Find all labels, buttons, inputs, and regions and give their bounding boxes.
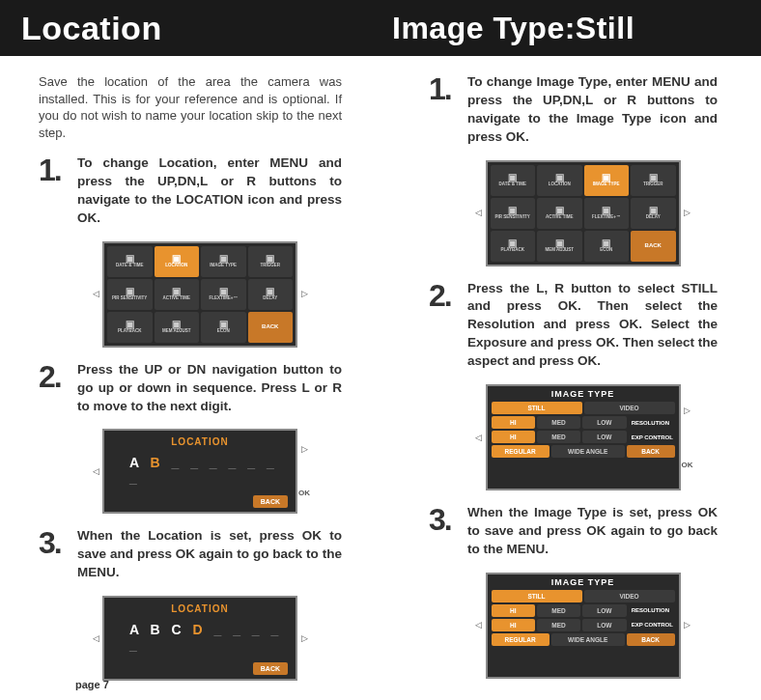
back-button[interactable]: BACK	[627, 633, 675, 646]
option-video[interactable]: VIDEO	[584, 590, 675, 602]
step-text: When the Image Type is set, press OK to …	[467, 504, 718, 559]
step-3-left: 3. When the Location is set, press OK to…	[39, 527, 342, 582]
row-label: EXP CONTROL	[629, 434, 675, 440]
row-label: EXP CONTROL	[629, 622, 675, 628]
menu-cell[interactable]: ▣ECON	[201, 312, 246, 343]
right-edge: ▷	[681, 160, 694, 266]
step-text: Press the UP or DN navigation button to …	[77, 361, 342, 416]
step-1-right: 1. To change Image Type, enter MENU and …	[429, 73, 718, 147]
option[interactable]: REGULAR	[492, 633, 550, 646]
device-figure-image-type-2: ◁ IMAGE TYPESTILLVIDEOHIMEDLOWRESOLUTION…	[472, 573, 694, 679]
right-edge: ▷OK	[681, 384, 694, 490]
screen-title: LOCATION	[112, 436, 288, 447]
step-number: 1.	[39, 154, 77, 228]
right-edge: ▷OK	[297, 429, 311, 514]
menu-cell[interactable]: ▣DATE & TIME	[107, 246, 153, 277]
option-video[interactable]: VIDEO	[584, 402, 675, 414]
back-button[interactable]: BACK	[253, 662, 288, 675]
menu-cell[interactable]: ▣LOCATION	[155, 246, 200, 277]
menu-cell[interactable]: ▣PLAYBACK	[107, 312, 153, 343]
left-edge: ◁	[472, 160, 486, 266]
ok-label: OK	[298, 489, 310, 497]
right-edge: ▷	[297, 596, 311, 681]
step-number: 3.	[39, 527, 77, 582]
option[interactable]: WIDE ANGLE	[551, 445, 625, 458]
step-number: 3.	[429, 504, 467, 559]
option[interactable]: LOW	[582, 431, 626, 443]
device-figure-location-entry: ◁ LOCATION A B _ _ _ _ _ _ _ BACK ▷OK	[89, 429, 311, 514]
option[interactable]: MED	[537, 431, 580, 443]
menu-cell[interactable]: ▣ACTIVE TIME	[537, 198, 582, 229]
back-button[interactable]: BACK	[627, 445, 675, 458]
step-text: To change Image Type, enter MENU and pre…	[467, 73, 718, 147]
menu-cell[interactable]: ▣TRIGGER	[248, 246, 294, 277]
menu-cell[interactable]: BACK	[248, 312, 294, 343]
intro-text: Save the location of the area the camera…	[39, 73, 342, 141]
option[interactable]: HI	[492, 431, 535, 443]
menu-cell[interactable]: ▣IMAGE TYPE	[201, 246, 246, 277]
device-figure-menu: ◁ ▣DATE & TIME▣LOCATION▣IMAGE TYPE▣TRIGG…	[89, 241, 311, 348]
menu-cell[interactable]: ▣TRIGGER	[631, 165, 676, 196]
screen-title: IMAGE TYPE	[492, 389, 675, 399]
option[interactable]: MED	[537, 416, 580, 429]
option[interactable]: HI	[492, 416, 535, 429]
option[interactable]: REGULAR	[492, 445, 550, 458]
screen-title: LOCATION	[112, 603, 288, 614]
left-edge: ◁	[89, 429, 102, 514]
menu-cell[interactable]: ▣MEM ADJUST	[537, 231, 582, 262]
step-1-left: 1. To change Location, enter MENU and pr…	[39, 154, 342, 228]
device-figure-menu: ◁ ▣DATE & TIME▣LOCATION▣IMAGE TYPE▣TRIGG…	[472, 160, 694, 266]
step-3-right: 3. When the Image Type is set, press OK …	[429, 504, 718, 559]
step-number: 2.	[39, 361, 77, 416]
step-text: When the Location is set, press OK to sa…	[77, 527, 342, 582]
ok-label: OK	[682, 461, 693, 469]
option-still[interactable]: STILL	[492, 590, 582, 602]
option[interactable]: WIDE ANGLE	[551, 633, 625, 646]
left-edge: ◁	[89, 596, 102, 681]
option[interactable]: HI	[492, 604, 535, 617]
menu-cell[interactable]: ▣ECON	[584, 231, 630, 262]
page-number: page 7	[75, 679, 109, 690]
location-chars: A B _ _ _ _ _ _ _	[129, 455, 288, 486]
option[interactable]: LOW	[582, 416, 626, 429]
option[interactable]: MED	[537, 619, 580, 631]
option[interactable]: MED	[537, 604, 580, 617]
menu-cell[interactable]: ▣DELAY	[631, 198, 676, 229]
section-title-location: Location	[0, 0, 380, 56]
row-label: RESOLUTION	[629, 607, 675, 613]
option[interactable]: LOW	[582, 619, 626, 631]
left-edge: ◁	[89, 241, 102, 348]
step-2-right: 2. Press the L, R button to select STILL…	[429, 280, 718, 371]
row-label: RESOLUTION	[629, 420, 675, 426]
location-chars: A B C D _ _ _ _ _	[129, 622, 288, 653]
option[interactable]: LOW	[582, 604, 626, 617]
step-2-left: 2. Press the UP or DN navigation button …	[39, 361, 342, 416]
step-number: 1.	[429, 73, 467, 147]
option[interactable]: HI	[492, 619, 535, 631]
option-still[interactable]: STILL	[492, 402, 582, 414]
step-text: Press the L, R button to select STILL an…	[467, 280, 718, 371]
menu-cell[interactable]: ▣FLEXTIME+™	[201, 279, 246, 310]
back-button[interactable]: BACK	[253, 495, 288, 508]
screen-title: IMAGE TYPE	[492, 577, 675, 587]
menu-cell[interactable]: ▣FLEXTIME+™	[584, 198, 630, 229]
section-title-image-type: Image Type:Still	[380, 0, 761, 56]
step-text: To change Location, enter MENU and press…	[77, 154, 342, 228]
right-edge: ▷	[681, 573, 694, 679]
menu-cell[interactable]: ▣PIR SENSITIVITY	[107, 279, 153, 310]
right-edge: ▷	[297, 241, 311, 348]
menu-cell[interactable]: ▣ACTIVE TIME	[155, 279, 200, 310]
menu-cell[interactable]: ▣DELAY	[248, 279, 294, 310]
menu-cell[interactable]: ▣DATE & TIME	[491, 165, 536, 196]
device-figure-image-type: ◁ IMAGE TYPESTILLVIDEOHIMEDLOWRESOLUTION…	[472, 384, 694, 490]
left-edge: ◁	[472, 384, 486, 490]
menu-cell[interactable]: ▣PLAYBACK	[491, 231, 536, 262]
step-number: 2.	[429, 280, 467, 371]
menu-cell[interactable]: ▣MEM ADJUST	[155, 312, 200, 343]
menu-cell[interactable]: ▣PIR SENSITIVITY	[491, 198, 536, 229]
device-figure-location-entry-2: ◁ LOCATION A B C D _ _ _ _ _ BACK ▷	[89, 596, 311, 681]
menu-cell[interactable]: ▣LOCATION	[537, 165, 582, 196]
menu-cell[interactable]: ▣IMAGE TYPE	[584, 165, 630, 196]
left-edge: ◁	[472, 573, 486, 679]
menu-cell[interactable]: BACK	[631, 231, 676, 262]
